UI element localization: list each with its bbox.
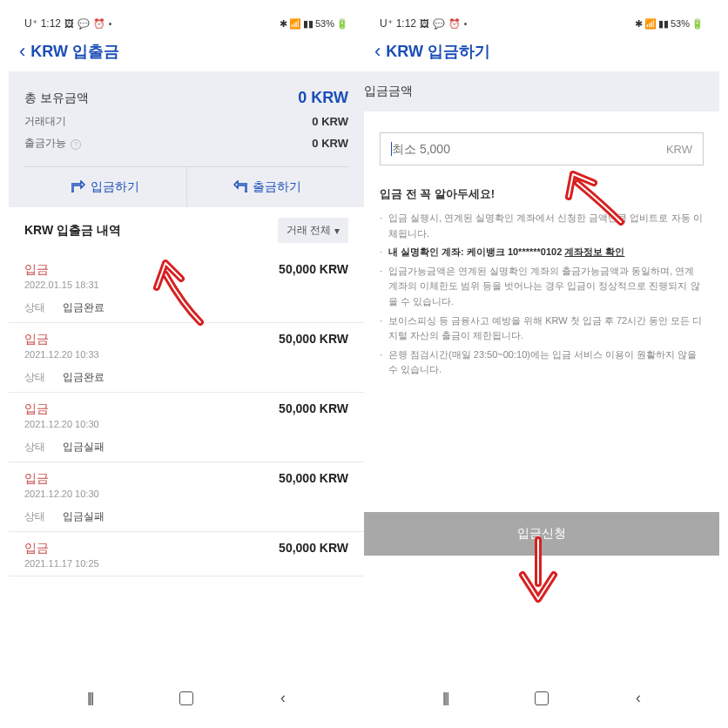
picture-icon: 🖼 [420, 18, 429, 29]
history-item[interactable]: 입금2021.12.20 10:3050,000 KRW상태입금실패 [9, 393, 364, 462]
recents-button[interactable]: ||| [442, 691, 448, 706]
status-value: 입금완료 [63, 300, 104, 315]
alarm-icon: ⏰ [448, 18, 461, 30]
filter-button[interactable]: 거래 전체 ▾ [278, 218, 348, 243]
time: 1:12 [396, 17, 416, 30]
carrier: U⁺ [24, 17, 37, 30]
back-icon[interactable]: ‹ [19, 40, 25, 63]
help-icon[interactable]: ? [71, 139, 81, 150]
back-button[interactable]: ‹ [280, 689, 286, 707]
picture-icon: 🖼 [64, 18, 74, 29]
available-value: 0 KRW [312, 137, 348, 150]
pending-label: 거래대기 [24, 114, 66, 129]
tx-type: 입금 [24, 262, 99, 278]
notice-item: 보이스피싱 등 금융사고 예방을 위해 KRW 첫 입금 후 72시간 동안 모… [380, 313, 704, 344]
recents-button[interactable]: ||| [87, 691, 92, 706]
history-item[interactable]: 입금2021.11.17 10:2550,000 KRW [9, 532, 364, 576]
status-bar: U⁺ 1:12 🖼 💬 ⏰ ✱ 📶 ▮▮ 53% 🔋 [364, 9, 719, 33]
status-label: 상태 [24, 300, 45, 315]
withdraw-icon [233, 180, 247, 195]
tx-amount: 50,000 KRW [279, 401, 348, 415]
notice-item: 내 실명확인 계좌: 케이뱅크 10******0102 계좌정보 확인 [380, 245, 704, 260]
notice-item: 입금가능금액은 연계된 실명확인 계좌의 출금가능금액과 동일하며, 연계 계좌… [380, 264, 704, 310]
total-label: 총 보유금액 [24, 91, 89, 106]
tx-date: 2021.11.17 10:25 [24, 558, 99, 569]
account-info-link[interactable]: 계좌정보 확인 [564, 246, 624, 257]
submit-button[interactable]: 입금신청 [364, 512, 719, 556]
tx-amount: 50,000 KRW [279, 332, 348, 346]
notice-item: 은행 점검시간(매일 23:50~00:10)에는 입금 서비스 이용이 원활하… [380, 347, 704, 378]
status-bar: U⁺ 1:12 🖼 💬 ⏰ ✱ 📶 ▮▮ 53% 🔋 [9, 9, 364, 33]
carrier: U⁺ [380, 17, 393, 30]
home-button[interactable] [179, 691, 193, 705]
deposit-icon [71, 180, 85, 195]
page-title: KRW 입출금 [30, 41, 119, 62]
chevron-down-icon: ▾ [334, 225, 340, 237]
tx-type: 입금 [24, 401, 99, 417]
signal-icon: ▮▮ [303, 18, 313, 30]
tx-date: 2021.12.20 10:30 [24, 489, 99, 499]
home-button[interactable] [535, 691, 549, 705]
history-title: KRW 입출금 내역 [24, 223, 121, 239]
pending-value: 0 KRW [312, 115, 348, 128]
tx-type: 입금 [24, 471, 99, 487]
notice-list: 입금 실행시, 연계된 실명확인 계좌에서 신청한 금액만큼 업비트로 자동 이… [380, 211, 704, 378]
back-button[interactable]: ‹ [636, 689, 641, 707]
tx-amount: 50,000 KRW [279, 262, 348, 276]
history-item[interactable]: 입금2022.01.15 18:3150,000 KRW상태입금완료 [9, 253, 364, 323]
signal-icon: ▮▮ [658, 18, 669, 30]
deposit-label: 입금하기 [91, 179, 139, 195]
tx-date: 2021.12.20 10:30 [24, 419, 99, 429]
available-label: 출금가능 ? [24, 136, 81, 151]
status-label: 상태 [24, 440, 45, 455]
battery-icon: 🔋 [691, 18, 704, 30]
alarm-icon: ⏰ [93, 18, 105, 30]
chat-icon: 💬 [433, 18, 445, 30]
battery-text: 53% [671, 18, 690, 29]
back-icon[interactable]: ‹ [374, 40, 381, 63]
withdraw-button[interactable]: 출금하기 [187, 167, 349, 207]
battery-icon: 🔋 [336, 18, 348, 30]
history-item[interactable]: 입금2021.12.20 10:3050,000 KRW상태입금실패 [9, 462, 364, 532]
chat-icon: 💬 [78, 18, 90, 30]
notice-item: 입금 실행시, 연계된 실명확인 계좌에서 신청한 금액만큼 업비트로 자동 이… [380, 211, 704, 241]
status-value: 입금완료 [63, 370, 104, 385]
page-title: KRW 입금하기 [386, 41, 490, 62]
history-item[interactable]: 입금2021.12.20 10:3350,000 KRW상태입금완료 [9, 323, 364, 393]
deposit-button[interactable]: 입금하기 [24, 167, 187, 207]
tx-date: 2021.12.20 10:33 [24, 349, 99, 360]
bluetooth-icon: ✱ [280, 18, 287, 30]
battery-text: 53% [315, 18, 334, 29]
withdraw-label: 출금하기 [253, 179, 301, 195]
header: ‹ KRW 입출금 [9, 33, 364, 71]
amount-label: 입금금액 [348, 71, 719, 111]
status-label: 상태 [24, 509, 45, 524]
tx-type: 입금 [24, 332, 99, 347]
amount-input-wrap[interactable]: KRW [380, 132, 704, 165]
wifi-icon: 📶 [289, 18, 301, 30]
tx-type: 입금 [24, 541, 99, 556]
dot-icon [464, 23, 467, 25]
status-label: 상태 [24, 370, 45, 385]
status-value: 입금실패 [63, 440, 104, 455]
filter-label: 거래 전체 [286, 223, 331, 238]
currency-unit: KRW [666, 143, 692, 156]
header: ‹ KRW 입금하기 [364, 33, 719, 71]
dot-icon [109, 23, 111, 25]
amount-input[interactable] [392, 142, 666, 156]
tx-date: 2022.01.15 18:31 [24, 280, 99, 290]
wifi-icon: 📶 [644, 18, 657, 30]
bluetooth-icon: ✱ [635, 18, 643, 30]
status-value: 입금실패 [63, 509, 104, 524]
tx-amount: 50,000 KRW [279, 471, 348, 485]
notice-title: 입금 전 꼭 알아두세요! [380, 186, 704, 202]
tx-amount: 50,000 KRW [279, 541, 348, 555]
time: 1:12 [41, 17, 61, 30]
nav-bar: ||| ‹ [9, 677, 364, 719]
nav-bar: ||| ‹ [364, 677, 719, 719]
balance-summary: 총 보유금액 0 KRW 거래대기 0 KRW 출금가능 ? 0 KRW [9, 71, 364, 207]
total-value: 0 KRW [298, 89, 348, 107]
